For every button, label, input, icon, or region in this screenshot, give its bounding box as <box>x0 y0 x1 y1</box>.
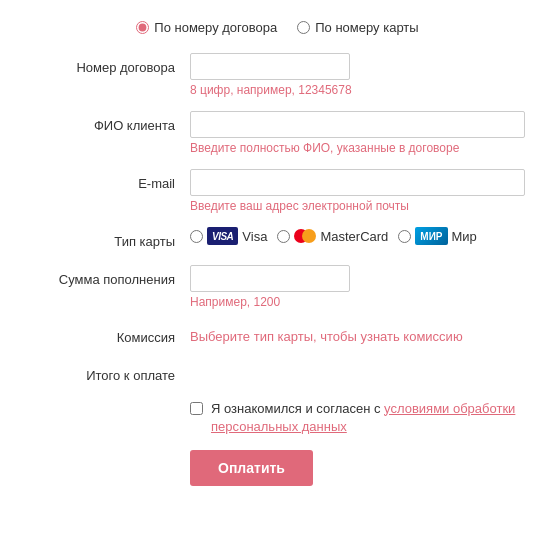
visa-logo-icon: VISA <box>207 227 238 245</box>
mc-circle-right <box>302 229 316 243</box>
amount-hint: Например, 1200 <box>190 295 525 309</box>
radio-by-card[interactable]: По номеру карты <box>297 20 418 35</box>
total-row: Итого к оплате <box>30 361 525 385</box>
amount-group: Например, 1200 <box>190 265 525 309</box>
contract-number-row: Номер договора 8 цифр, например, 1234567… <box>30 53 525 97</box>
mastercard-label: MasterCard <box>320 229 388 244</box>
total-label: Итого к оплате <box>30 361 190 385</box>
consent-text: Я ознакомился и согласен с условиями обр… <box>211 400 525 436</box>
amount-label: Сумма пополнения <box>30 265 190 289</box>
card-option-mir[interactable]: МИР Мир <box>398 227 477 245</box>
contract-number-input[interactable] <box>190 53 350 80</box>
email-input[interactable] <box>190 169 525 196</box>
email-hint: Введите ваш адрес электронной почты <box>190 199 525 213</box>
total-group <box>190 361 525 367</box>
amount-row: Сумма пополнения Например, 1200 <box>30 265 525 309</box>
card-radio-mir[interactable] <box>398 230 411 243</box>
submit-row: Оплатить <box>190 450 525 486</box>
email-label: E-mail <box>30 169 190 193</box>
radio-by-card-label: По номеру карты <box>315 20 418 35</box>
radio-by-contract-input[interactable] <box>136 21 149 34</box>
full-name-label: ФИО клиента <box>30 111 190 135</box>
email-row: E-mail Введите ваш адрес электронной поч… <box>30 169 525 213</box>
mir-logo-icon: МИР <box>415 227 447 245</box>
radio-by-card-input[interactable] <box>297 21 310 34</box>
full-name-hint: Введите полностью ФИО, указанные в догов… <box>190 141 525 155</box>
full-name-group: Введите полностью ФИО, указанные в догов… <box>190 111 525 155</box>
mir-label: Мир <box>452 229 477 244</box>
card-radio-visa[interactable] <box>190 230 203 243</box>
total-value <box>190 361 525 367</box>
mastercard-logo-icon <box>294 227 316 245</box>
commission-group: Выберите тип карты, чтобы узнать комисси… <box>190 323 525 344</box>
amount-input[interactable] <box>190 265 350 292</box>
email-group: Введите ваш адрес электронной почты <box>190 169 525 213</box>
card-type-row: Тип карты VISA Visa MasterCard <box>30 227 525 251</box>
full-name-row: ФИО клиента Введите полностью ФИО, указа… <box>30 111 525 155</box>
consent-checkbox[interactable] <box>190 402 203 415</box>
payment-form: По номеру договора По номеру карты Номер… <box>0 0 555 516</box>
consent-text-before: Я ознакомился и согласен с <box>211 401 384 416</box>
card-type-group: VISA Visa MasterCard МИР Мир <box>190 227 525 245</box>
contract-number-hint: 8 цифр, например, 12345678 <box>190 83 525 97</box>
commission-row: Комиссия Выберите тип карты, чтобы узнат… <box>30 323 525 347</box>
card-type-label: Тип карты <box>30 227 190 251</box>
commission-text: Выберите тип карты, чтобы узнать комисси… <box>190 323 525 344</box>
card-option-mastercard[interactable]: MasterCard <box>277 227 388 245</box>
contract-number-label: Номер договора <box>30 53 190 77</box>
card-type-options: VISA Visa MasterCard МИР Мир <box>190 227 525 245</box>
full-name-input[interactable] <box>190 111 525 138</box>
visa-label: Visa <box>242 229 267 244</box>
radio-by-contract-label: По номеру договора <box>154 20 277 35</box>
submit-button[interactable]: Оплатить <box>190 450 313 486</box>
commission-label: Комиссия <box>30 323 190 347</box>
radio-by-contract[interactable]: По номеру договора <box>136 20 277 35</box>
payment-method-selector: По номеру договора По номеру карты <box>30 20 525 35</box>
contract-number-group: 8 цифр, например, 12345678 <box>190 53 525 97</box>
card-radio-mastercard[interactable] <box>277 230 290 243</box>
card-option-visa[interactable]: VISA Visa <box>190 227 267 245</box>
consent-row: Я ознакомился и согласен с условиями обр… <box>190 400 525 436</box>
